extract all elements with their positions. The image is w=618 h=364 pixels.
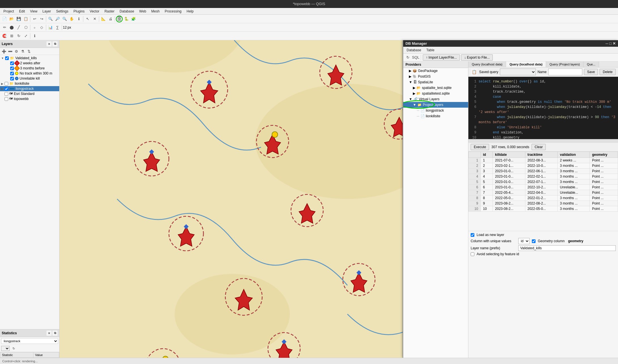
layers-content[interactable]: ▼ 📁 Validated_kills ▶ 2 weeks after ▶ 3 … [0,55,59,329]
checkbox-esri-standard[interactable] [5,92,8,96]
open-project-btn[interactable]: 📂 [8,16,15,22]
measure-btn[interactable]: 📐 [100,16,107,22]
menu-raster[interactable]: Raster [102,9,117,14]
query-name-input[interactable] [548,69,582,75]
db-tab-query2[interactable]: Query (localhost data) [506,61,546,67]
delete-query-btn[interactable]: Delete [600,69,616,75]
menu-layer[interactable]: Layer [40,9,53,14]
sql-editor[interactable]: 1 select row_number() over() as id, 2 ki… [468,77,618,139]
layer-unreliable-kill[interactable]: ▶ Unreliable kill [0,76,59,81]
layer-lionkillsite[interactable]: ▶ 📁 lionkillsite [0,81,59,86]
layer-3-months-before[interactable]: ▶ 3 months before [0,66,59,71]
menu-vector[interactable]: Vector [88,9,102,14]
db-item-lionkillsite-tree[interactable]: ─ 📄 lionkillsite [403,113,468,119]
db-tab-query1[interactable]: Query (localhost data) [468,61,506,67]
db-sql-btn[interactable]: SQL [412,54,419,61]
plugin-btn[interactable]: 🧩 [130,16,137,22]
result-row[interactable]: 332023-01-0...2022-06-1...3 months ...Po… [469,169,618,174]
expand-arrow-validated-kills[interactable]: ▼ [1,57,4,60]
menu-web[interactable]: Web [137,9,148,14]
checkbox-2-weeks[interactable] [10,61,14,65]
menu-plugins[interactable]: Plugins [71,9,87,14]
db-close-btn[interactable]: ✕ [613,41,616,46]
layer-group-validated-kills[interactable]: ▼ 📁 Validated_kills [0,56,59,61]
db-max-btn[interactable]: □ [609,41,611,46]
result-row[interactable]: 662023-01-0...2022-10-2...Unreliable...P… [469,185,618,190]
geometry-col-cb[interactable] [532,239,536,243]
identify-btn[interactable]: ℹ [75,16,82,22]
execute-btn[interactable]: Execute [471,144,489,150]
save-as-btn[interactable]: 📋 [22,16,29,22]
stats-field-select[interactable] [1,346,10,351]
query-info-btn[interactable]: 📋 [471,69,477,75]
attribute-table-btn[interactable]: 📊 [47,24,54,31]
python-btn[interactable]: 🐍 [123,16,130,22]
redo-btn[interactable]: ↪ [38,16,45,22]
checkbox-liongpstrack[interactable] [5,87,8,91]
result-table-wrap[interactable]: id killdate tracktime validation geometr… [468,152,618,231]
sort-layer-btn[interactable]: ⇅ [26,48,32,54]
menu-project[interactable]: Project [1,9,16,14]
db-menu-table[interactable]: Table [424,48,437,53]
menu-processing[interactable]: Processing [162,9,184,14]
menu-view[interactable]: View [28,9,40,14]
node-tool-btn[interactable]: ⬦ [31,24,38,31]
grid-btn[interactable]: ⊞ [8,33,15,39]
menu-edit[interactable]: Edit [17,9,27,14]
zoom-out-btn[interactable]: 🔍 [61,16,68,22]
db-item-postgis[interactable]: ▶ 🐘 PostGIS [403,74,468,79]
unique-col-select[interactable]: id [518,238,530,244]
expand-arrow-lionkillsite[interactable]: ▶ [1,82,3,85]
db-item-project-layers[interactable]: ▼ 📁 Project layers [403,102,468,108]
db-manager-btn[interactable]: 🗄 [116,16,123,22]
remove-layer-btn[interactable]: ➖ [7,48,13,54]
save-project-btn[interactable]: 💾 [15,16,22,22]
db-refresh-btn[interactable]: ↻ [404,54,411,61]
new-project-btn[interactable]: 📄 [1,16,8,22]
expand-arrow-liongpstrack[interactable]: ▶ [1,87,3,90]
checkbox-topowebb[interactable] [5,97,8,101]
avoid-select-cb[interactable] [471,252,474,256]
result-row[interactable]: 552023-01-0...2022-07-1...3 months ...Po… [469,179,618,185]
field-calc-btn[interactable]: ∑ [54,24,61,31]
add-point-btn[interactable]: ⬤ [8,24,15,31]
result-row[interactable]: 10102023-08-2...2022-05-0...3 months ...… [469,206,618,212]
layer-topowebb[interactable]: ▶ 🗺 topowebb [0,96,59,101]
db-min-btn[interactable]: ─ [606,41,608,46]
layers-float-btn[interactable]: ⧉ [52,41,58,46]
scale-btn[interactable]: ⤢ [22,33,29,39]
db-item-spatialite[interactable]: ▼ 🗄 SpatiaLite [403,79,468,85]
zoom-in-btn[interactable]: 🔎 [54,16,61,22]
layer-liongpstrack[interactable]: ▶ liongpstrack [0,86,59,91]
add-polygon-btn[interactable]: ⬡ [22,24,29,31]
result-row[interactable]: 772022-05-4...2022-04-0...Unreliable...P… [469,190,618,195]
pan-btn[interactable]: ✋ [68,16,75,22]
stats-close-btn[interactable]: ✕ [46,331,52,336]
result-row[interactable]: 112021-07-0...2022-08-3...2 weeks ...Poi… [469,158,618,163]
stats-layer-select[interactable]: liongpstrack [1,338,58,344]
menu-mesh[interactable]: Mesh [149,9,162,14]
checkbox-lionkillsite[interactable] [5,82,8,86]
vertex-btn[interactable]: ◇ [38,24,45,31]
db-menu-database[interactable]: Database [404,48,423,53]
save-query-btn[interactable]: Save [584,69,598,75]
select-btn[interactable]: ↖ [84,16,91,22]
result-row[interactable]: 882022-05-0...2022-01-2...3 months ...Po… [469,195,618,201]
stats-float-btn[interactable]: ⧉ [52,331,58,336]
undo-btn[interactable]: ↩ [31,16,38,22]
layer-2-weeks-after[interactable]: ▶ 2 weeks after [0,61,59,66]
print-btn[interactable]: 🖨 [107,16,114,22]
load-as-new-layer-cb[interactable] [471,233,474,237]
layer-esri-standard[interactable]: ▶ 🗺 Esri Standard [0,91,59,96]
export-file-btn[interactable]: ↓ Export to File... [461,54,493,61]
result-row[interactable]: 222023-02-1...2022-10-0...3 months ...Po… [469,163,618,169]
snap-btn[interactable]: 🧲 [1,33,8,39]
checkbox-unreliable[interactable] [10,77,14,80]
import-layer-btn[interactable]: ↑ Import Layer/File... [423,54,460,61]
menu-settings[interactable]: Settings [54,9,71,14]
db-tab-que[interactable]: Que... [583,61,599,67]
db-item-spatialitetest[interactable]: ▶ 📂 spatialitetest.sqlite [403,91,468,96]
db-item-virtual-layers[interactable]: ▼ 🔗 Virtual Layers [403,96,468,102]
digitize-btn[interactable]: ✏ [1,24,8,31]
layers-close-btn[interactable]: ✕ [46,41,52,46]
